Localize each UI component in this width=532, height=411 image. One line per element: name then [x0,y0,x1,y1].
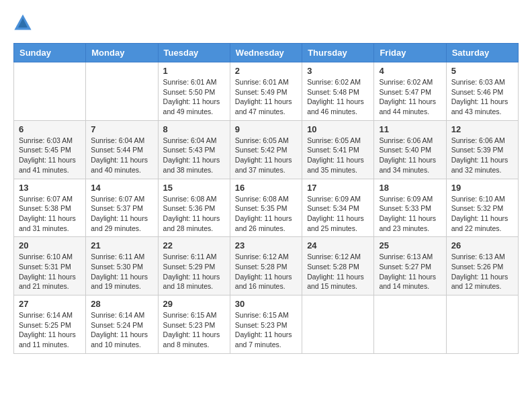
calendar-cell: 4Sunrise: 6:02 AMSunset: 5:47 PMDaylight… [374,62,446,121]
day-info: Sunrise: 6:04 AMSunset: 5:44 PMDaylight:… [91,136,152,175]
sunrise-text: Sunrise: 6:09 AM [379,194,441,204]
logo [13,13,35,32]
sunset-text: Sunset: 5:46 PM [451,87,513,97]
calendar-cell: 15Sunrise: 6:08 AMSunset: 5:36 PMDayligh… [158,179,230,237]
day-info: Sunrise: 6:11 AMSunset: 5:29 PMDaylight:… [163,252,225,291]
day-info: Sunrise: 6:14 AMSunset: 5:25 PMDaylight:… [19,310,81,350]
sunrise-text: Sunrise: 6:15 AM [235,310,297,320]
calendar-cell [14,62,86,121]
sunset-text: Sunset: 5:24 PM [91,320,152,330]
daylight-text: Daylight: 11 hours and 7 minutes. [235,330,297,349]
daylight-text: Daylight: 11 hours and 11 minutes. [19,330,81,349]
calendar-week-row: 27Sunrise: 6:14 AMSunset: 5:25 PMDayligh… [14,295,519,354]
logo-icon [13,13,32,32]
daylight-text: Daylight: 11 hours and 35 minutes. [307,155,369,175]
day-number: 29 [163,299,225,309]
day-info: Sunrise: 6:03 AMSunset: 5:45 PMDaylight:… [19,136,81,175]
day-number: 25 [379,240,441,250]
sunset-text: Sunset: 5:30 PM [91,262,152,272]
sunset-text: Sunset: 5:43 PM [163,145,225,155]
day-info: Sunrise: 6:10 AMSunset: 5:32 PMDaylight:… [451,194,513,234]
sunset-text: Sunset: 5:29 PM [163,262,225,272]
day-number: 21 [91,240,152,250]
day-info: Sunrise: 6:04 AMSunset: 5:43 PMDaylight:… [163,136,225,175]
sunset-text: Sunset: 5:39 PM [451,145,513,155]
daylight-text: Daylight: 11 hours and 16 minutes. [235,272,297,291]
day-number: 3 [307,66,369,76]
day-number: 24 [307,240,369,250]
daylight-text: Daylight: 11 hours and 14 minutes. [379,272,441,291]
day-info: Sunrise: 6:15 AMSunset: 5:23 PMDaylight:… [163,310,225,350]
day-info: Sunrise: 6:09 AMSunset: 5:34 PMDaylight:… [307,194,369,234]
day-number: 28 [91,299,152,309]
sunrise-text: Sunrise: 6:12 AM [307,252,369,262]
day-info: Sunrise: 6:07 AMSunset: 5:38 PMDaylight:… [19,194,81,234]
day-of-week-header: Monday [86,44,158,62]
calendar-cell: 26Sunrise: 6:13 AMSunset: 5:26 PMDayligh… [446,237,518,295]
daylight-text: Daylight: 11 hours and 34 minutes. [379,155,441,175]
day-number: 8 [163,124,225,134]
day-number: 1 [163,66,225,76]
sunrise-text: Sunrise: 6:10 AM [19,252,81,262]
calendar-cell [446,295,518,354]
sunset-text: Sunset: 5:28 PM [235,262,297,272]
calendar-week-row: 20Sunrise: 6:10 AMSunset: 5:31 PMDayligh… [14,237,519,295]
day-number: 20 [19,240,81,250]
day-number: 12 [451,124,513,134]
calendar-cell: 3Sunrise: 6:02 AMSunset: 5:48 PMDaylight… [302,62,374,121]
sunrise-text: Sunrise: 6:13 AM [379,252,441,262]
day-of-week-header: Tuesday [158,44,230,62]
daylight-text: Daylight: 11 hours and 32 minutes. [451,155,513,175]
day-info: Sunrise: 6:15 AMSunset: 5:23 PMDaylight:… [235,310,297,350]
daylight-text: Daylight: 11 hours and 23 minutes. [379,214,441,233]
day-number: 18 [379,183,441,193]
day-of-week-header: Sunday [14,44,86,62]
calendar-cell: 27Sunrise: 6:14 AMSunset: 5:25 PMDayligh… [14,295,86,354]
sunset-text: Sunset: 5:50 PM [163,87,225,97]
daylight-text: Daylight: 11 hours and 44 minutes. [379,97,441,116]
day-info: Sunrise: 6:05 AMSunset: 5:41 PMDaylight:… [307,136,369,175]
day-number: 2 [235,66,297,76]
sunrise-text: Sunrise: 6:15 AM [163,310,225,320]
daylight-text: Daylight: 11 hours and 43 minutes. [451,97,513,116]
day-number: 27 [19,299,81,309]
daylight-text: Daylight: 11 hours and 12 minutes. [451,272,513,291]
sunrise-text: Sunrise: 6:08 AM [163,194,225,204]
calendar-cell: 1Sunrise: 6:01 AMSunset: 5:50 PMDaylight… [158,62,230,121]
daylight-text: Daylight: 11 hours and 29 minutes. [91,214,152,233]
daylight-text: Daylight: 11 hours and 31 minutes. [19,214,81,233]
day-info: Sunrise: 6:02 AMSunset: 5:48 PMDaylight:… [307,77,369,117]
calendar-cell: 8Sunrise: 6:04 AMSunset: 5:43 PMDaylight… [158,120,230,179]
calendar-cell: 20Sunrise: 6:10 AMSunset: 5:31 PMDayligh… [14,237,86,295]
calendar-cell [86,62,158,121]
calendar-cell: 18Sunrise: 6:09 AMSunset: 5:33 PMDayligh… [374,179,446,237]
calendar-week-row: 13Sunrise: 6:07 AMSunset: 5:38 PMDayligh… [14,179,519,237]
day-info: Sunrise: 6:12 AMSunset: 5:28 PMDaylight:… [307,252,369,291]
day-number: 26 [451,240,513,250]
sunset-text: Sunset: 5:42 PM [235,145,297,155]
sunset-text: Sunset: 5:25 PM [19,320,81,330]
calendar-cell: 9Sunrise: 6:05 AMSunset: 5:42 PMDaylight… [230,120,302,179]
sunset-text: Sunset: 5:28 PM [307,262,369,272]
sunset-text: Sunset: 5:31 PM [19,262,81,272]
calendar-cell: 10Sunrise: 6:05 AMSunset: 5:41 PMDayligh… [302,120,374,179]
day-info: Sunrise: 6:05 AMSunset: 5:42 PMDaylight:… [235,136,297,175]
day-number: 30 [235,299,297,309]
daylight-text: Daylight: 11 hours and 25 minutes. [307,214,369,233]
daylight-text: Daylight: 11 hours and 47 minutes. [235,97,297,116]
sunset-text: Sunset: 5:48 PM [307,87,369,97]
sunset-text: Sunset: 5:23 PM [235,320,297,330]
calendar-cell: 5Sunrise: 6:03 AMSunset: 5:46 PMDaylight… [446,62,518,121]
day-number: 13 [19,183,81,193]
sunrise-text: Sunrise: 6:09 AM [307,194,369,204]
day-number: 14 [91,183,152,193]
calendar-week-row: 1Sunrise: 6:01 AMSunset: 5:50 PMDaylight… [14,62,519,121]
sunrise-text: Sunrise: 6:07 AM [19,194,81,204]
calendar-cell: 12Sunrise: 6:06 AMSunset: 5:39 PMDayligh… [446,120,518,179]
sunrise-text: Sunrise: 6:06 AM [379,136,441,146]
sunset-text: Sunset: 5:35 PM [235,203,297,214]
sunrise-text: Sunrise: 6:02 AM [379,77,441,87]
calendar-cell [302,295,374,354]
sunrise-text: Sunrise: 6:03 AM [451,77,513,87]
daylight-text: Daylight: 11 hours and 22 minutes. [451,214,513,233]
